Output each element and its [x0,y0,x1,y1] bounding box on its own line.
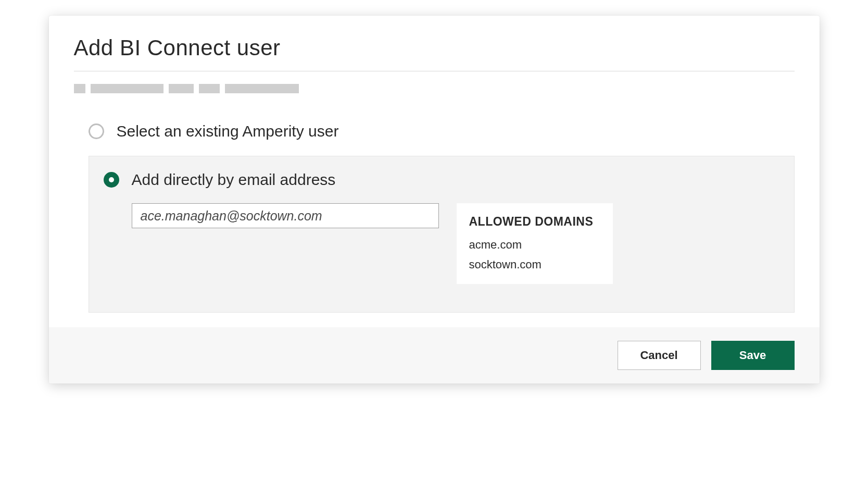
radio-icon[interactable] [89,123,104,139]
placeholder-bar [91,84,163,93]
option-existing-label: Select an existing Amperity user [117,122,339,140]
options-group: Select an existing Amperity user Add dir… [74,122,795,313]
placeholder-bars [74,84,795,93]
email-input[interactable] [132,203,439,228]
modal-footer: Cancel Save [49,327,820,384]
direct-panel-content: ALLOWED DOMAINS acme.com socktown.com [104,203,779,284]
save-button[interactable]: Save [711,341,795,370]
allowed-domains-card: ALLOWED DOMAINS acme.com socktown.com [457,203,613,284]
radio-icon[interactable] [104,172,119,188]
placeholder-bar [169,84,194,93]
option-direct-email[interactable]: Add directly by email address [104,171,779,189]
option-direct-panel: Add directly by email address ALLOWED DO… [89,156,795,313]
allowed-domain-item: socktown.com [469,258,597,271]
placeholder-bar [74,84,85,93]
modal-title: Add BI Connect user [74,35,795,60]
allowed-domain-item: acme.com [469,238,597,252]
placeholder-bar [199,84,220,93]
title-divider [74,71,795,71]
modal-body: Add BI Connect user Select an existing A… [49,16,820,327]
placeholder-bar [225,84,299,93]
option-direct-label: Add directly by email address [132,171,336,189]
option-existing-user[interactable]: Select an existing Amperity user [89,122,795,140]
allowed-domains-heading: ALLOWED DOMAINS [469,215,597,229]
cancel-button[interactable]: Cancel [618,341,701,370]
add-bi-connect-user-modal: Add BI Connect user Select an existing A… [49,16,820,384]
